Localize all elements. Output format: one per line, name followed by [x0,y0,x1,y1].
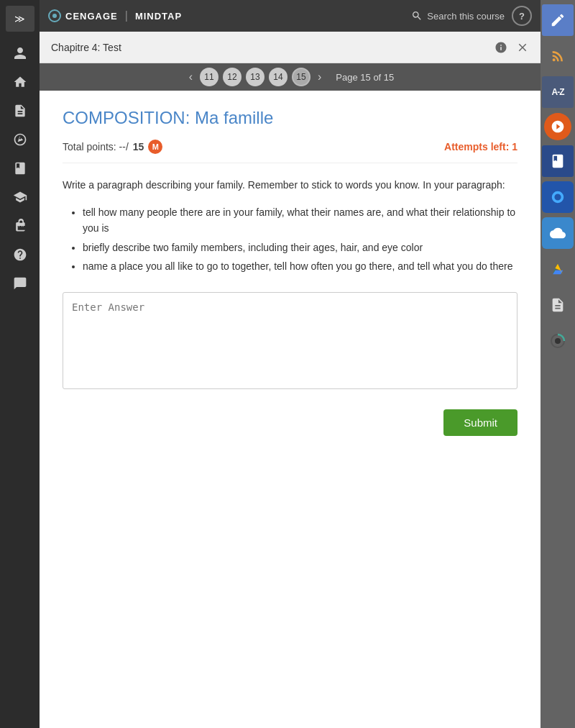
help-icon-label: ? [519,11,525,22]
svg-point-3 [555,338,561,344]
right-sidebar: A-Z [540,0,575,728]
points-display: Total points: --/ 15 M [63,140,162,154]
doc-icon [550,297,566,313]
bullet-item-3: name a place you all like to go to toget… [83,258,518,274]
blue-book-icon [550,153,566,169]
document-icon [13,104,27,118]
points-label: Total points: --/ [63,141,129,153]
bullet-item-1: tell how many people there are in your f… [83,204,518,237]
points-badge: M [148,140,162,154]
home-icon [13,75,27,89]
bullet-list: tell how many people there are in your f… [63,204,518,275]
top-navbar: CENGAGE | MINDTAP Search this course ? [40,0,540,32]
right-icon-rss[interactable] [542,40,574,72]
right-icon-book-blue[interactable] [542,145,574,177]
sidebar-item-person[interactable] [6,40,34,66]
book-icon [13,161,27,176]
sidebar-item-graduation[interactable] [6,184,34,210]
sidebar-item-help[interactable] [6,242,34,268]
brand-separator: | [125,9,128,22]
az-label: A-Z [552,87,564,97]
briefcase-icon [13,219,27,233]
right-icon-pencil[interactable] [542,4,574,36]
points-row: Total points: --/ 15 M Attempts left: 1 [63,140,518,163]
attempts-label: Attempts left: [444,141,509,153]
page-prev-button[interactable]: ‹ [186,70,196,83]
sidebar-item-home[interactable] [6,69,34,95]
search-icon [411,10,423,22]
chapter-bar: Chapitre 4: Test [40,32,540,63]
sidebar-item-briefcase[interactable] [6,213,34,239]
instructions-text: Write a paragraph describing your family… [63,178,518,193]
orange-icon [551,119,565,134]
answer-input[interactable] [63,292,518,389]
info-icon[interactable] [494,41,507,54]
sidebar-item-compass[interactable] [6,127,34,153]
page-next-button[interactable]: › [315,70,324,83]
sidebar-toggle-button[interactable]: ≫ [6,6,34,32]
search-label: Search this course [427,11,505,22]
left-sidebar: ≫ [0,0,40,728]
attempts-value: 1 [512,141,518,153]
sidebar-item-document[interactable] [6,98,34,124]
content-area: COMPOSITION: Ma famille Total points: --… [40,91,540,728]
close-icon[interactable] [516,41,529,54]
progress-circle-icon [549,332,566,350]
compass-icon [13,132,27,147]
right-icon-doc[interactable] [542,289,574,321]
chapter-title: Chapitre 4: Test [51,42,494,53]
cengage-label: CENGAGE [65,11,118,22]
sidebar-item-book[interactable] [6,155,34,181]
right-icon-az[interactable]: A-Z [542,76,574,108]
rss-icon [550,48,566,64]
right-icon-orange-b[interactable] [544,113,571,140]
right-icon-circle[interactable] [542,325,574,357]
bullet-item-2: briefly describe two family members, inc… [83,240,518,255]
sidebar-item-chat[interactable] [6,270,34,296]
chat-icon [13,276,27,291]
chapter-icons-area [494,41,529,54]
help-icon [13,247,27,262]
page-14-button[interactable]: 14 [269,68,288,86]
page-13-button[interactable]: 13 [246,68,264,86]
bongo-icon [550,189,566,205]
submit-row: Submit [63,409,518,436]
pagination-bar: ‹ 11 12 13 14 15 › Page 15 of 15 [40,63,540,91]
points-value: 15 [133,141,144,153]
right-icon-cloud[interactable] [542,217,574,249]
graduation-icon [13,190,27,204]
cengage-logo-icon [48,9,61,22]
person-icon [13,46,27,60]
page-11-button[interactable]: 11 [200,68,218,86]
submit-button[interactable]: Submit [443,409,518,436]
pencil-icon [550,12,566,28]
search-bar[interactable]: Search this course [411,10,505,22]
brand-logo-area: CENGAGE | MINDTAP [48,9,182,22]
svg-point-1 [52,14,57,18]
expand-icon: ≫ [14,13,25,24]
page-15-button[interactable]: 15 [292,68,310,86]
cloud-icon [550,225,566,241]
main-area: CENGAGE | MINDTAP Search this course ? C… [40,0,540,728]
page-label: Page 15 of 15 [336,72,394,83]
composition-title: COMPOSITION: Ma famille [63,108,518,128]
right-icon-bongo[interactable] [542,181,574,213]
drive-icon [550,261,566,277]
mindtap-label: MINDTAP [135,11,182,22]
page-12-button[interactable]: 12 [223,68,242,86]
right-icon-drive[interactable] [542,253,574,285]
attempts-display: Attempts left: 1 [444,141,518,153]
help-button[interactable]: ? [512,6,532,26]
